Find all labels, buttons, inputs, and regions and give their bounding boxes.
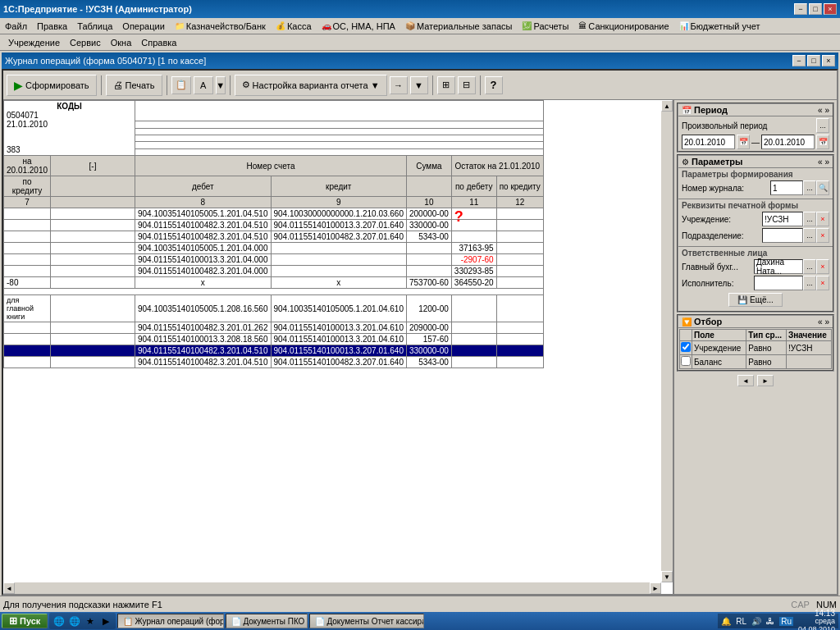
taskbar-item-1[interactable]: 📋 Журнал операций (форма 0... bbox=[117, 614, 224, 628]
otbor-row-balans: Баланс Равно bbox=[680, 355, 832, 369]
scroll-left-button[interactable]: ◄ bbox=[3, 582, 15, 594]
cell-h-d bbox=[451, 345, 496, 357]
grid2-icon-btn[interactable]: ⊟ bbox=[458, 76, 476, 94]
table-scroll-container[interactable]: КОДЫ 0504071 21.01.2010 383 bbox=[3, 100, 673, 594]
table-row-blank bbox=[4, 289, 544, 295]
menu-os[interactable]: 🚗ОС, НМА, НПА bbox=[317, 21, 400, 32]
date-na: на 20.01.2010 bbox=[7, 157, 48, 175]
ispolnitel-clear-btn[interactable]: × bbox=[816, 276, 829, 290]
form-icon-btn[interactable]: 📋 bbox=[171, 76, 191, 94]
eshe-button[interactable]: 💾 Ещё... bbox=[728, 293, 783, 307]
otbor-col-tip: Тип ср... bbox=[746, 330, 787, 341]
otbor-pole-1: Учреждение bbox=[692, 341, 746, 355]
menu-servis[interactable]: Сервис bbox=[65, 37, 106, 48]
ispolnitel-browse-btn[interactable]: ... bbox=[803, 276, 816, 290]
uchrezhdenie-clear-btn[interactable]: × bbox=[816, 212, 829, 226]
export2-icon-btn[interactable]: ▼ bbox=[410, 76, 428, 94]
col-subheader: по кредиту дебет кредит bbox=[4, 176, 544, 197]
taskbar-item-3[interactable]: 📄 Документы Отчет кассира bbox=[309, 614, 424, 628]
menu-spravka[interactable]: Справка bbox=[136, 37, 181, 48]
font-icon-btn[interactable]: A bbox=[194, 76, 213, 94]
menu-materials[interactable]: 📦Материальные запасы bbox=[400, 21, 518, 32]
right-scroll-left[interactable]: ◄ bbox=[737, 375, 754, 386]
menu-sankcii[interactable]: 🏛Санкционирование bbox=[573, 21, 673, 32]
menu-uchrezhdenie[interactable]: Учреждение bbox=[3, 37, 65, 48]
menu-okna[interactable]: Окна bbox=[106, 37, 137, 48]
close-button[interactable]: × bbox=[824, 3, 837, 15]
horizontal-scrollbar[interactable]: ◄ ► bbox=[3, 582, 661, 594]
summa-header: Сумма bbox=[407, 156, 452, 176]
pechat-button[interactable]: 🖨 Печать bbox=[106, 75, 162, 96]
taskbar-item-2[interactable]: 📄 Документы ПКО bbox=[226, 614, 308, 628]
date-to-input[interactable]: 20.01.2010 bbox=[761, 135, 815, 149]
menu-operations[interactable]: Операции bbox=[117, 21, 169, 32]
podrazdelenie-clear-btn[interactable]: × bbox=[816, 228, 829, 243]
summa-subheader bbox=[407, 176, 452, 197]
col-num-7: 7 bbox=[4, 197, 51, 208]
inner-minimize-button[interactable]: − bbox=[792, 55, 806, 66]
start-button[interactable]: ⊞ Пуск bbox=[2, 614, 48, 628]
nomer-scheta-header: Номер счета bbox=[135, 156, 407, 176]
sformirovat-button[interactable]: ▶ Сформировать bbox=[7, 75, 97, 96]
scroll-right-button[interactable]: ► bbox=[650, 582, 661, 594]
po-kreditu-left-header: по кредиту bbox=[4, 176, 51, 197]
rekvizity-section: Реквизиты печатной формы Учреждение: !УС… bbox=[678, 199, 833, 246]
inner-close-button[interactable]: × bbox=[822, 55, 835, 66]
media-icon[interactable]: ▶ bbox=[98, 614, 113, 628]
menu-raschety[interactable]: 💹Расчеты bbox=[517, 21, 573, 32]
nastroyka-button[interactable]: ⚙ Настройка варианта отчета ▼ bbox=[235, 75, 387, 96]
cell-ostatok-k bbox=[496, 208, 543, 220]
menu-kassa[interactable]: 💰Касса bbox=[271, 21, 317, 32]
vertical-scrollbar[interactable]: ▲ ▼ bbox=[661, 100, 673, 582]
ie-icon[interactable]: 🌐 bbox=[52, 614, 66, 628]
maximize-button[interactable]: □ bbox=[809, 3, 822, 15]
gl-buhg-browse-btn[interactable]: ... bbox=[803, 259, 816, 274]
menu-treasury[interactable]: 📁Казначейство/Банк bbox=[170, 21, 271, 32]
podrazdelenie-browse-btn[interactable]: ... bbox=[803, 228, 816, 243]
tray-icon-3: 🖧 bbox=[766, 617, 774, 626]
date-from-input[interactable]: 20.01.2010 bbox=[682, 135, 735, 149]
gl-buhg-clear-btn[interactable]: × bbox=[816, 259, 829, 274]
right-scroll-right[interactable]: ► bbox=[757, 375, 774, 386]
otbor-nav[interactable]: « » bbox=[818, 317, 829, 326]
col-header-expand: [-] bbox=[51, 156, 135, 176]
scroll-up-button[interactable]: ▲ bbox=[661, 100, 673, 112]
star-icon[interactable]: ★ bbox=[83, 614, 98, 628]
ie2-icon[interactable]: 🌐 bbox=[67, 614, 82, 628]
inner-maximize-button[interactable]: □ bbox=[807, 55, 820, 66]
otbor-check-2[interactable] bbox=[680, 355, 692, 369]
cell-debet: 904.01155140100482.3.201.04.510 bbox=[135, 231, 272, 243]
nomer-zhurnala-input[interactable]: 1 bbox=[770, 180, 803, 195]
period-type-btn[interactable]: ... bbox=[816, 118, 829, 133]
uchrezhdenie-input[interactable]: !УСЗН bbox=[762, 212, 803, 226]
nomer-zhurnala-browse-btn[interactable]: ... bbox=[803, 180, 816, 195]
menu-budget[interactable]: 📊Бюджетный учет bbox=[674, 21, 765, 32]
otbor-check-1[interactable] bbox=[680, 341, 692, 355]
scroll-down-button[interactable]: ▼ bbox=[661, 571, 673, 582]
uchrezhdenie-browse-btn[interactable]: ... bbox=[803, 212, 816, 226]
gl-knigu-label: для главной книги bbox=[4, 295, 51, 322]
menu-table[interactable]: Таблица bbox=[72, 21, 117, 32]
cell-x1: x bbox=[135, 277, 272, 289]
params-nav[interactable]: « » bbox=[818, 158, 829, 167]
menu-edit[interactable]: Правка bbox=[32, 21, 72, 32]
toolbar: ▶ Сформировать 🖨 Печать 📋 A ▼ ⚙ Настройк… bbox=[3, 71, 837, 100]
date-to-btn[interactable]: 📅 bbox=[816, 135, 829, 149]
help-icon-btn[interactable]: ? bbox=[485, 76, 503, 94]
cell-b2-left bbox=[4, 322, 51, 334]
arrow-icon-btn[interactable]: ▼ bbox=[216, 76, 226, 94]
podrazdelenie-input[interactable] bbox=[762, 228, 803, 243]
h-scroll-track[interactable] bbox=[15, 582, 650, 594]
ispolnitel-input[interactable] bbox=[754, 276, 803, 290]
grid1-icon-btn[interactable]: ⊞ bbox=[437, 76, 455, 94]
export-icon-btn[interactable]: → bbox=[390, 76, 408, 94]
empty-row-2 bbox=[135, 121, 544, 128]
menu-file[interactable]: Файл bbox=[0, 21, 32, 32]
nomer-zhurnala-search-btn[interactable]: 🔍 bbox=[816, 180, 829, 195]
period-nav[interactable]: « » bbox=[818, 106, 829, 115]
gl-buhg-input[interactable]: Дахина Ната... bbox=[754, 259, 803, 274]
minimize-button[interactable]: − bbox=[794, 3, 807, 15]
scroll-track[interactable] bbox=[661, 112, 673, 571]
params-title: Параметры bbox=[692, 157, 742, 167]
date-from-btn[interactable]: 📅 bbox=[737, 135, 750, 149]
